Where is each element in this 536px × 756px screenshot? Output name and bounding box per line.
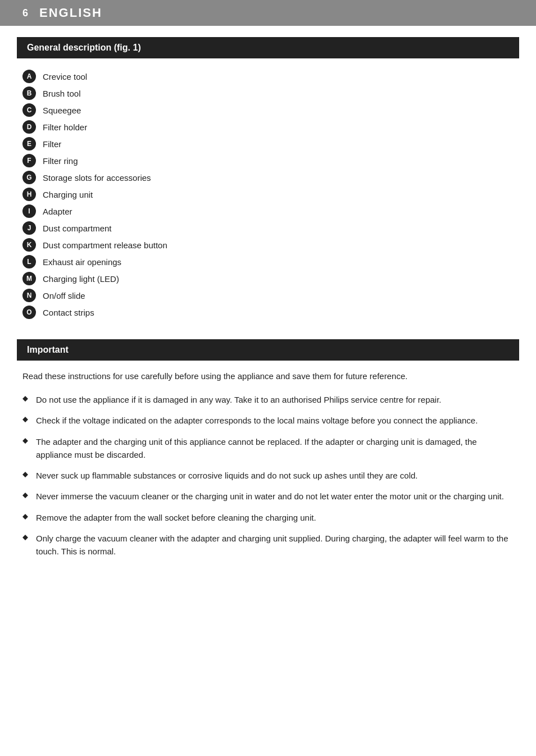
list-item: O Contact strips [22,306,514,319]
bullet-diamond-icon [22,417,28,422]
item-badge: I [22,204,36,218]
list-item: Do not use the appliance if it is damage… [22,393,514,406]
item-badge: O [22,306,36,319]
item-badge: B [22,86,36,100]
general-description-header: General description (fig. 1) [17,37,519,58]
bullet-list: Do not use the appliance if it is damage… [0,389,536,577]
item-badge: F [22,154,36,167]
general-description-title: General description (fig. 1) [27,43,141,52]
item-text: Dust compartment [43,224,112,233]
list-item: G Storage slots for accessories [22,171,514,184]
item-badge: D [22,120,36,134]
item-text: Charging light (LED) [43,274,119,284]
item-text: Exhaust air openings [43,257,121,267]
list-item: B Brush tool [22,86,514,100]
list-item: C Squeegee [22,103,514,117]
list-item: K Dust compartment release button [22,238,514,252]
page-number: 6 [22,7,28,19]
top-header: 6 ENGLISH [0,0,536,26]
bullet-diamond-icon [22,535,28,540]
page-wrapper: 6 ENGLISH General description (fig. 1) A… [0,0,536,756]
bullet-text: Check if the voltage indicated on the ad… [36,414,514,427]
list-item: Never suck up flammable substances or co… [22,469,514,482]
item-text: Squeegee [43,106,81,115]
item-badge: N [22,289,36,302]
important-header: Important [17,339,519,361]
item-text: On/off slide [43,291,85,300]
bullet-diamond-icon [22,438,28,444]
description-list: A Crevice tool B Brush tool C Squeegee D… [0,58,536,328]
item-text: Brush tool [43,89,81,98]
item-text: Filter [43,139,61,149]
bullet-text: Never suck up flammable substances or co… [36,469,514,482]
item-text: Contact strips [43,308,94,317]
item-badge: H [22,188,36,201]
bullet-diamond-icon [22,514,28,520]
item-text: Dust compartment release button [43,240,167,250]
list-item: Remove the adapter from the wall socket … [22,511,514,524]
important-title: Important [27,345,69,354]
item-text: Filter ring [43,156,78,166]
bullet-diamond-icon [22,493,28,498]
list-item: Only charge the vacuum cleaner with the … [22,532,514,558]
list-item: E Filter [22,137,514,151]
item-badge: A [22,70,36,83]
item-badge: G [22,171,36,184]
list-item: A Crevice tool [22,70,514,83]
bullet-text: Do not use the appliance if it is damage… [36,393,514,406]
list-item: F Filter ring [22,154,514,167]
list-item: L Exhaust air openings [22,255,514,268]
item-badge: K [22,238,36,252]
list-item: Check if the voltage indicated on the ad… [22,414,514,427]
list-item: J Dust compartment [22,221,514,235]
item-text: Adapter [43,207,72,216]
item-badge: J [22,221,36,235]
bullet-text: The adapter and the charging unit of thi… [36,435,514,462]
item-text: Charging unit [43,190,93,199]
item-badge: E [22,137,36,151]
bullet-text: Only charge the vacuum cleaner with the … [36,532,514,558]
item-text: Crevice tool [43,72,87,81]
item-text: Storage slots for accessories [43,173,151,183]
bullet-diamond-icon [22,396,28,402]
list-item: N On/off slide [22,289,514,302]
list-item: Never immerse the vacuum cleaner or the … [22,490,514,503]
list-item: The adapter and the charging unit of thi… [22,435,514,462]
list-item: M Charging light (LED) [22,272,514,285]
bullet-text: Never immerse the vacuum cleaner or the … [36,490,514,503]
language-title: ENGLISH [39,6,102,20]
list-item: H Charging unit [22,188,514,201]
list-item: I Adapter [22,204,514,218]
item-badge: M [22,272,36,285]
item-text: Filter holder [43,122,87,132]
item-badge: L [22,255,36,268]
bullet-text: Remove the adapter from the wall socket … [36,511,514,524]
important-intro: Read these instructions for use carefull… [0,361,536,389]
item-badge: C [22,103,36,117]
bullet-diamond-icon [22,472,28,477]
list-item: D Filter holder [22,120,514,134]
